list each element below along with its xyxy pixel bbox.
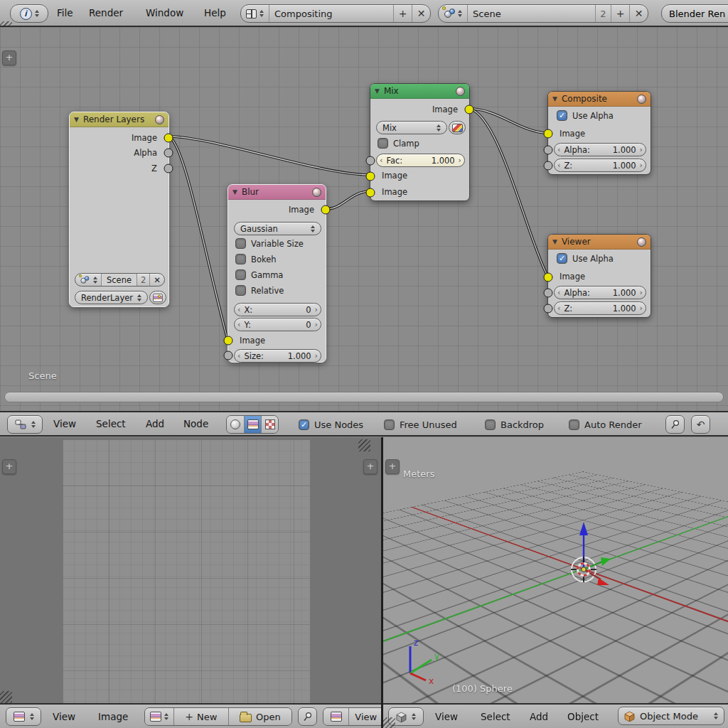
material-preview-icon[interactable] <box>312 188 321 197</box>
scene-name[interactable]: Scene <box>101 274 136 286</box>
menu-view[interactable]: View <box>435 711 458 722</box>
decrement-icon[interactable]: ‹ <box>557 302 560 314</box>
menu-view[interactable]: View <box>53 418 76 429</box>
checkbox-backdrop[interactable]: Backdrop <box>485 419 544 430</box>
decrement-icon[interactable]: ‹ <box>237 304 240 316</box>
z-arrow-icon[interactable] <box>579 522 588 535</box>
increment-icon[interactable]: › <box>640 302 643 314</box>
socket-image-input[interactable] <box>224 336 233 346</box>
node-blur[interactable]: ▼ Blur Image Gaussian Variable Size Boke… <box>228 184 326 363</box>
image-editor-canvas[interactable]: + + View Image + New <box>0 437 381 728</box>
socket-image1-input[interactable] <box>366 172 375 181</box>
checkbox-clamp[interactable]: Clamp <box>378 138 419 149</box>
screen-layout-name[interactable]: Compositing <box>269 5 393 22</box>
scene-browse[interactable] <box>75 274 101 286</box>
menu-help[interactable]: Help <box>204 7 226 18</box>
tree-type-shader-button[interactable] <box>227 416 244 433</box>
socket-image-input[interactable] <box>544 273 553 282</box>
mix-fac-field[interactable]: ‹ Fac: 1.000 › <box>376 154 465 167</box>
increment-icon[interactable]: › <box>315 350 318 362</box>
color-presets-button[interactable] <box>449 121 466 134</box>
region-expand-tab[interactable]: + <box>385 459 400 474</box>
blur-size-field[interactable]: ‹ Size: 1.000 › <box>234 349 321 363</box>
delete-scene-button[interactable]: ✕ <box>629 5 648 22</box>
menu-add[interactable]: Add <box>146 418 164 429</box>
menu-image[interactable]: Image <box>98 711 128 722</box>
node-composite[interactable]: ▼ Composite ✓ Use Alpha Image ‹ Alpha: 1… <box>547 91 651 175</box>
editor-type-button-info[interactable]: i <box>10 4 48 23</box>
render-layer-dropdown[interactable]: RenderLayer <box>75 291 148 304</box>
checkbox-relative[interactable]: Relative <box>235 285 284 296</box>
increment-icon[interactable]: › <box>315 304 318 316</box>
node-header-render-layers[interactable]: ▼ Render Layers <box>70 112 168 127</box>
region-expand-tab[interactable]: + <box>2 459 16 474</box>
socket-z-output[interactable] <box>164 164 173 173</box>
area-corner-grip[interactable] <box>358 439 370 451</box>
socket-image-output[interactable] <box>164 134 173 143</box>
render-result-button[interactable] <box>149 291 166 304</box>
viewer-z-field[interactable]: ‹ Z: 1.000 › <box>554 301 646 315</box>
x-arrow-icon[interactable] <box>597 578 609 585</box>
collapse-icon[interactable]: ▼ <box>375 87 380 95</box>
node-editor-canvas[interactable]: + ▼ Render Layers Image <box>0 27 728 411</box>
transform-manipulator[interactable] <box>541 516 626 609</box>
horizontal-scrollbar[interactable] <box>4 392 724 402</box>
unlink-scene-button[interactable]: ✕ <box>149 274 164 286</box>
decrement-icon[interactable]: ‹ <box>557 159 560 171</box>
checkbox-use-alpha[interactable]: ✓ Use Alpha <box>557 253 614 264</box>
blur-filter-dropdown[interactable]: Gaussian <box>234 222 321 235</box>
increment-icon[interactable]: › <box>459 154 461 166</box>
node-header-mix[interactable]: ▼ Mix <box>370 84 469 99</box>
checkbox-variable-size[interactable]: Variable Size <box>235 238 304 249</box>
material-preview-icon[interactable] <box>637 237 646 247</box>
collapse-icon[interactable]: ▼ <box>74 116 79 123</box>
socket-z-input[interactable] <box>544 304 553 314</box>
menu-view[interactable]: View <box>53 711 75 722</box>
socket-alpha-output[interactable] <box>164 149 173 158</box>
go-back-button[interactable]: ↶ <box>691 415 710 434</box>
menu-select[interactable]: Select <box>481 711 510 722</box>
menu-object[interactable]: Object <box>567 711 599 722</box>
socket-image-input[interactable] <box>544 129 553 139</box>
scene-browse[interactable] <box>439 5 467 22</box>
add-layout-button[interactable]: + <box>393 5 412 22</box>
pin-button[interactable] <box>298 707 317 726</box>
checkbox-use-nodes[interactable]: ✓ Use Nodes <box>299 419 363 430</box>
pin-button[interactable] <box>665 415 685 434</box>
viewer-alpha-field[interactable]: ‹ Alpha: 1.000 › <box>554 286 646 299</box>
increment-icon[interactable]: › <box>640 144 643 156</box>
menu-node[interactable]: Node <box>183 418 208 429</box>
node-header-composite[interactable]: ▼ Composite <box>548 92 651 107</box>
checkbox-free-unused[interactable]: Free Unused <box>384 419 457 430</box>
node-render-layers[interactable]: ▼ Render Layers Image Alpha Z Scene 2 ✕ … <box>69 112 169 307</box>
area-corner-grip[interactable] <box>0 691 12 703</box>
node-header-blur[interactable]: ▼ Blur <box>228 185 326 200</box>
decrement-icon[interactable]: ‹ <box>557 287 560 299</box>
y-axis-handle[interactable] <box>584 562 602 569</box>
area-corner-grip[interactable] <box>383 717 395 728</box>
blur-x-field[interactable]: ‹ X: 0 › <box>234 303 321 316</box>
socket-alpha-input[interactable] <box>544 146 553 155</box>
checkbox-gamma[interactable]: Gamma <box>235 269 283 280</box>
y-arrow-icon[interactable] <box>601 557 611 566</box>
node-header-viewer[interactable]: ▼ Viewer <box>548 235 651 250</box>
editor-type-button-image[interactable] <box>6 707 41 726</box>
channel-view-button[interactable]: View <box>348 708 381 725</box>
socket-image-output[interactable] <box>321 205 331 215</box>
composite-z-field[interactable]: ‹ Z: 1.000 › <box>554 159 646 172</box>
region-expand-tab[interactable]: + <box>363 459 378 474</box>
decrement-icon[interactable]: ‹ <box>237 318 240 331</box>
socket-z-input[interactable] <box>544 161 553 171</box>
scene-users-count[interactable]: 2 <box>595 5 611 22</box>
collapse-icon[interactable]: ▼ <box>552 238 557 245</box>
material-preview-icon[interactable] <box>637 95 646 104</box>
open-image-button[interactable]: Open <box>228 708 291 725</box>
collapse-icon[interactable]: ▼ <box>552 95 557 102</box>
increment-icon[interactable]: › <box>315 318 318 331</box>
decrement-icon[interactable]: ‹ <box>380 154 382 166</box>
scene-name[interactable]: Scene <box>467 5 595 22</box>
decrement-icon[interactable]: ‹ <box>557 144 560 156</box>
material-preview-icon[interactable] <box>155 115 164 124</box>
composite-alpha-field[interactable]: ‹ Alpha: 1.000 › <box>554 143 646 156</box>
render-engine-selector[interactable]: Blender Ren <box>661 4 728 23</box>
